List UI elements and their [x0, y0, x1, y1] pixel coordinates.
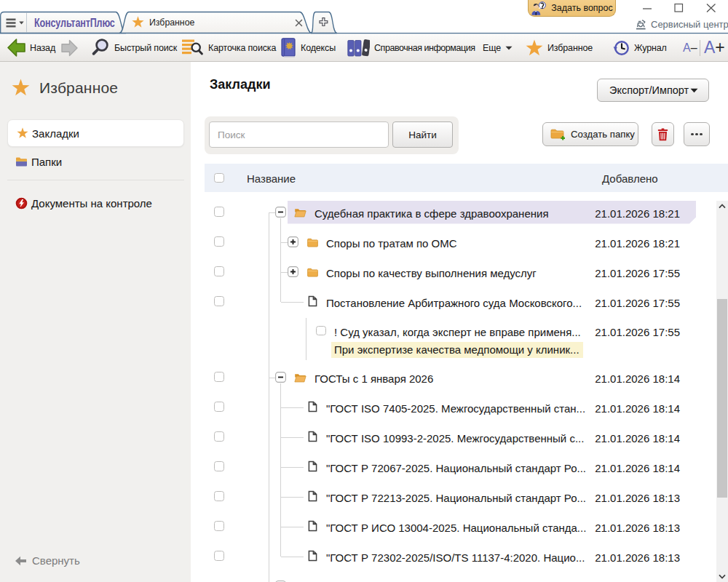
maximize-button[interactable]: [675, 4, 683, 12]
more-button[interactable]: Еще: [483, 34, 513, 61]
search-card-icon: [182, 39, 204, 57]
service-center-link[interactable]: Сервисный центр: [635, 19, 728, 30]
row-title[interactable]: "ГОСТ Р 72067-2025. Национальный стандар…: [326, 461, 586, 474]
tab-close-icon[interactable]: [295, 19, 303, 27]
search-panel: Найти: [205, 116, 459, 154]
expand-node-button[interactable]: [288, 236, 298, 247]
journal-button[interactable]: Журнал: [612, 34, 667, 61]
expand-node-button[interactable]: [288, 266, 298, 277]
row-checkbox[interactable]: [214, 551, 224, 561]
quick-search-button[interactable]: Быстрый поиск: [90, 34, 177, 61]
collapse-label: Свернуть: [32, 554, 80, 567]
folder-icon: [15, 156, 28, 167]
vertical-scrollbar[interactable]: [716, 201, 728, 582]
scroll-up-icon[interactable]: [719, 204, 726, 209]
row-title[interactable]: ! Суд указал, когда эксперт не вправе пр…: [334, 326, 581, 338]
star-icon: [526, 39, 543, 57]
chevron-down-icon: [19, 21, 24, 25]
row-checkbox[interactable]: [316, 326, 326, 336]
tab-favorites[interactable]: Избранное: [132, 12, 194, 33]
sidebar-item-documents-on-control[interactable]: Документы на контроле: [7, 189, 184, 217]
row-checkbox[interactable]: [214, 207, 224, 217]
delete-button[interactable]: [652, 122, 674, 146]
collapse-node-button[interactable]: [275, 372, 286, 383]
collapse-sidebar-button[interactable]: Свернуть: [15, 554, 80, 567]
search-card-button[interactable]: Карточка поиска: [182, 34, 276, 61]
reference-info-button[interactable]: Справочная информация: [347, 34, 475, 61]
tree-connector: [281, 302, 304, 303]
folder-icon: [307, 237, 318, 250]
search-input[interactable]: [209, 121, 389, 148]
sidebar-item-bookmarks[interactable]: Закладки: [7, 119, 184, 147]
row-title[interactable]: ГОСТы с 1 января 2026: [314, 372, 433, 384]
row-checkbox[interactable]: [214, 372, 224, 382]
row-title[interactable]: "ГОСТ ISO 10993-2-2025. Межгосударственн…: [326, 431, 584, 444]
create-folder-button[interactable]: Создать папку: [542, 122, 638, 146]
codes-button[interactable]: Кодексы: [281, 34, 336, 61]
sidebar-item-label: Закладки: [32, 127, 79, 140]
row-checkbox[interactable]: [214, 296, 224, 306]
folder-icon: [294, 372, 306, 386]
row-checkbox[interactable]: [214, 461, 224, 471]
sidebar-header: Избранное: [12, 79, 118, 97]
row-date: 21.01.2026 17:55: [595, 296, 680, 308]
row-title[interactable]: "ГОСТ Р 72302-2025/ISO/TS 11137-4:2020. …: [326, 551, 585, 563]
phone-icon: [635, 19, 647, 30]
close-button[interactable]: [707, 4, 716, 12]
tree-connector: [306, 318, 306, 360]
select-all-checkbox[interactable]: [214, 173, 224, 183]
row-date: 21.01.2026 18:14: [595, 461, 680, 474]
find-button[interactable]: Найти: [392, 121, 453, 148]
sidebar-item-folders[interactable]: Папки: [7, 148, 184, 175]
row-title[interactable]: "ГОСТ Р ИСО 13004-2025. Национальный ста…: [326, 521, 586, 533]
folder-icon: [307, 267, 318, 280]
document-icon: [308, 295, 317, 310]
favorites-button[interactable]: Избранное: [526, 34, 593, 61]
row-checkbox[interactable]: [214, 491, 224, 501]
service-center-label: Сервисный центр: [651, 19, 728, 30]
row-date: 21.01.2026 18:13: [595, 491, 680, 503]
table-header: Название Добавлено: [205, 164, 728, 192]
document-icon: [308, 461, 317, 475]
tree-connector: [280, 218, 281, 302]
trash-icon: [657, 128, 668, 141]
toolbar-separator: [700, 40, 700, 56]
on-control-icon: [15, 197, 28, 210]
row-date: 21.01.2026 18:14: [595, 431, 680, 444]
tree-connector: [269, 378, 275, 378]
row-subtitle[interactable]: При экспертизе качества медпомощи у клин…: [331, 342, 583, 358]
row-title[interactable]: Споры по качеству выполнения медуслуг: [326, 266, 537, 279]
tree-connector: [281, 242, 288, 243]
toolbar: Назад Быстрый поиск Карточка поиска: [0, 34, 728, 62]
row-checkbox[interactable]: [214, 402, 224, 412]
row-date: 21.01.2026 18:14: [595, 402, 680, 414]
forward-button[interactable]: [61, 34, 78, 61]
row-checkbox[interactable]: [214, 266, 224, 276]
row-checkbox[interactable]: [214, 236, 224, 247]
tree-connector: [269, 212, 269, 582]
row-date: 21.01.2026 18:13: [595, 521, 680, 533]
collapse-node-button[interactable]: [275, 207, 286, 218]
ask-question-button[interactable]: Задать вопрос: [528, 0, 616, 17]
more-actions-button[interactable]: [684, 122, 710, 146]
row-checkbox[interactable]: [214, 431, 224, 442]
document-icon: [308, 431, 317, 445]
consultantplus-window: КонсультантПлюс Избранное Задать вопрос: [0, 0, 728, 582]
row-title[interactable]: "ГОСТ Р 72213-2025. Национальный стандар…: [326, 491, 586, 503]
brand-logo[interactable]: КонсультантПлюс: [34, 16, 115, 31]
row-title[interactable]: Судебная практика в сфере здравоохранени…: [314, 207, 549, 219]
main-menu-button[interactable]: [1, 12, 27, 33]
ask-person-icon: [531, 1, 547, 15]
scroll-down-icon[interactable]: [719, 574, 726, 579]
row-checkbox[interactable]: [214, 521, 224, 531]
row-title[interactable]: Постановление Арбитражного суда Московск…: [326, 296, 582, 308]
row-title[interactable]: Споры по тратам по ОМС: [326, 236, 457, 249]
font-increase-button[interactable]: А+: [704, 34, 725, 61]
back-button[interactable]: Назад: [7, 34, 55, 61]
forward-arrow-icon: [61, 39, 78, 57]
scrollbar-thumb[interactable]: [717, 299, 727, 498]
export-import-button[interactable]: Экспорт/Импорт: [597, 79, 709, 102]
font-decrease-button[interactable]: А–: [683, 34, 697, 61]
row-title[interactable]: "ГОСТ ISO 7405-2025. Межгосударственный …: [326, 402, 585, 414]
chevron-down-icon: [505, 46, 513, 50]
